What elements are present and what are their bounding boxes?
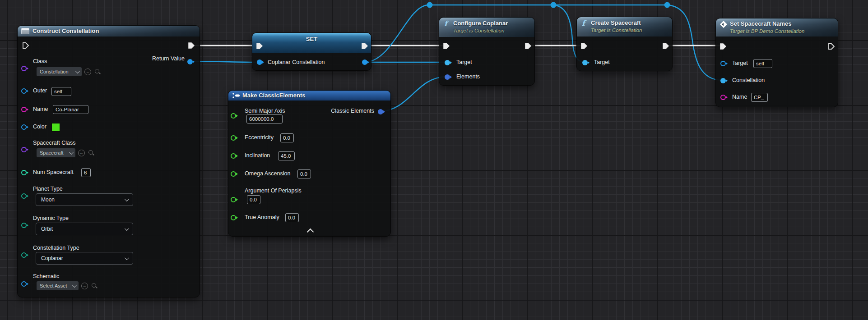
color-pin[interactable]	[21, 124, 28, 130]
outer-pin[interactable]	[21, 88, 28, 94]
exec-in-pin[interactable]	[256, 42, 263, 50]
coplanar-constellation-in-pin[interactable]	[257, 59, 264, 65]
target-pin-label: Target	[456, 59, 472, 65]
reset-to-default-icon[interactable]: ←	[78, 150, 85, 156]
reset-to-default-icon[interactable]: ←	[84, 69, 91, 75]
chevron-down-icon	[69, 150, 74, 155]
true-anomaly-field[interactable]: 0.0	[285, 213, 299, 222]
schematic-pin-label: Schematic	[33, 273, 59, 279]
chevron-down-icon	[75, 69, 80, 73]
planet-type-pin[interactable]	[21, 193, 28, 199]
reroute-node[interactable]	[427, 2, 433, 8]
chevron-down-icon	[125, 226, 129, 231]
name-pin-label: Name	[732, 94, 747, 100]
eccentricity-pin[interactable]	[231, 135, 238, 141]
target-value-field[interactable]: self	[753, 59, 772, 68]
coplanar-constellation-out-pin[interactable]	[362, 59, 369, 65]
make-struct-icon	[232, 92, 240, 99]
browse-icon[interactable]	[88, 150, 95, 156]
wire-data-reroute3-to-constellation[interactable]	[667, 5, 722, 80]
node-subtitle: Target is Constellation	[591, 27, 642, 33]
omega-ascension-pin[interactable]	[231, 171, 238, 177]
spacecraft-class-select[interactable]: Spacecraft	[37, 148, 75, 157]
exec-out-pin[interactable]	[361, 42, 368, 50]
constellation-type-pin-label: Constellation Type	[33, 245, 79, 251]
argument-of-periapsis-field[interactable]: 0.0	[247, 195, 260, 204]
event-diamond-icon	[720, 21, 727, 28]
reroute-node[interactable]	[664, 2, 670, 8]
class-select[interactable]: Constellation	[37, 67, 82, 76]
exec-out-pin[interactable]	[525, 42, 532, 50]
node-make-classicelements[interactable]: Make ClassicElements Semi Major Axis 600…	[228, 90, 391, 237]
target-pin[interactable]	[582, 60, 589, 65]
target-pin[interactable]	[445, 60, 452, 65]
spacecraft-class-pin[interactable]	[21, 147, 28, 152]
true-anomaly-pin[interactable]	[231, 215, 238, 220]
schematic-select[interactable]: Select Asset	[37, 281, 79, 290]
classic-elements-out-pin[interactable]	[378, 109, 385, 114]
exec-in-pin[interactable]	[443, 42, 450, 50]
num-spacecraft-pin-label: Num Spacecraft	[33, 169, 74, 175]
collapse-node-chevron[interactable]	[307, 229, 314, 236]
name-pin[interactable]	[21, 107, 28, 112]
argument-of-periapsis-pin[interactable]	[231, 197, 238, 202]
chevron-down-icon	[125, 197, 129, 201]
node-create-spacecraft[interactable]: f Create Spacecraft Target is Constellat…	[576, 17, 673, 71]
inclination-pin[interactable]	[231, 153, 238, 159]
elements-pin[interactable]	[445, 74, 452, 80]
node-title: SET	[252, 36, 371, 42]
reroute-node[interactable]	[551, 2, 557, 8]
target-pin[interactable]	[720, 61, 728, 66]
schematic-pin[interactable]	[21, 281, 28, 287]
function-icon: f	[444, 21, 447, 27]
node-configure-coplanar[interactable]: f Configure Coplanar Target is Constella…	[439, 17, 535, 86]
name-pin-label: Name	[33, 106, 48, 112]
constellation-pin[interactable]	[720, 78, 728, 83]
node-set-spacecraft-names[interactable]: Set Spacecraft Names Target is BP Demo C…	[715, 18, 838, 107]
exec-in-pin[interactable]	[719, 43, 727, 50]
exec-in-pin[interactable]	[22, 42, 29, 49]
browse-icon[interactable]	[91, 283, 98, 289]
node-set-coplanar-constellation[interactable]: SET Coplanar Constellation	[252, 32, 371, 71]
planet-type-pin-label: Planet Type	[33, 186, 63, 192]
exec-out-pin[interactable]	[828, 43, 835, 50]
inclination-field[interactable]: 45.0	[278, 151, 295, 160]
node-construct-constellation[interactable]: Construct Constellation Class Constellat…	[17, 25, 200, 297]
dynamic-type-select[interactable]: Orbit	[36, 223, 133, 235]
wire-data-returnvalue-to-set[interactable]	[190, 61, 260, 62]
name-value-field[interactable]: CP_	[751, 93, 768, 102]
node-title: Create Spacecraft	[591, 19, 641, 26]
semi-major-axis-pin[interactable]	[231, 113, 238, 119]
num-spacecraft-field[interactable]: 6	[81, 168, 91, 177]
constellation-type-select[interactable]: Coplanar	[36, 252, 133, 265]
semi-major-axis-label: Semi Major Axis	[245, 108, 285, 114]
name-pin[interactable]	[720, 95, 728, 100]
outer-value-field[interactable]: self	[51, 87, 71, 96]
return-value-label: Return Value	[152, 55, 185, 62]
class-pin[interactable]	[21, 66, 28, 71]
return-value-pin[interactable]	[187, 59, 195, 64]
true-anomaly-label: True Anomaly	[245, 214, 279, 220]
classic-elements-label: Classic Elements	[331, 108, 374, 114]
color-swatch[interactable]	[51, 123, 60, 132]
construct-object-icon	[21, 28, 29, 34]
semi-major-axis-field[interactable]: 6000000.0	[246, 114, 283, 123]
browse-icon[interactable]	[94, 69, 101, 75]
exec-out-pin[interactable]	[188, 42, 195, 49]
exec-in-pin[interactable]	[580, 42, 588, 50]
argument-of-periapsis-label: Argument Of Periapsis	[245, 187, 302, 194]
color-pin-label: Color	[33, 123, 46, 130]
node-title: Configure Coplanar	[453, 20, 508, 27]
num-spacecraft-pin[interactable]	[21, 170, 28, 175]
dynamic-type-pin[interactable]	[21, 223, 28, 228]
exec-out-pin[interactable]	[662, 42, 669, 50]
constellation-type-pin[interactable]	[21, 252, 28, 258]
reset-to-default-icon[interactable]: ←	[81, 283, 88, 289]
eccentricity-field[interactable]: 0.0	[280, 133, 294, 142]
omega-ascension-field[interactable]: 0.0	[297, 169, 311, 178]
planet-type-select[interactable]: Moon	[36, 193, 133, 206]
coplanar-constellation-label: Coplanar Constellation	[268, 59, 325, 65]
wire-data-set-to-reroute1[interactable]	[367, 5, 429, 62]
name-value-field[interactable]: Co-Planar	[53, 105, 88, 114]
blueprint-graph-canvas[interactable]: { "colors":{ "data_wire":"#1f9ddd","exec…	[0, 0, 868, 320]
